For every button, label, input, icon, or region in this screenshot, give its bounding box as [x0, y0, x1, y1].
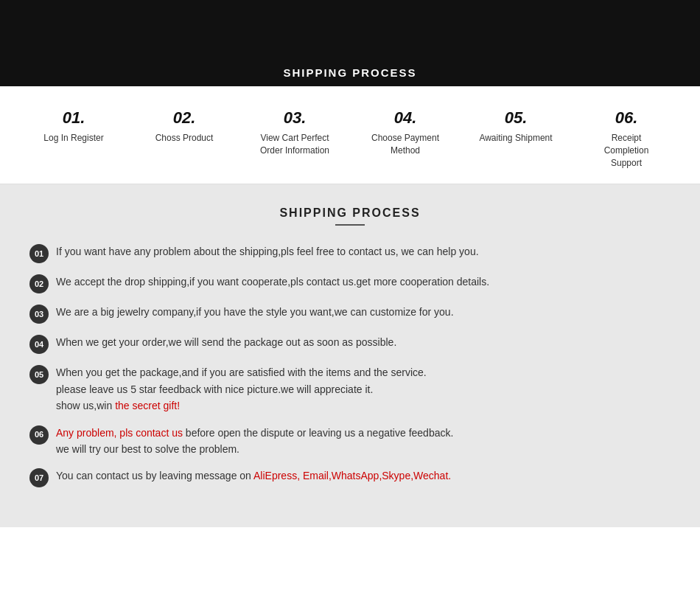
badge-02: 02	[29, 274, 49, 293]
step-item-3: 03. View Cart Perfect Order Information	[239, 108, 350, 157]
info-text-07-links: AliEpress, Email,WhatsApp,Skype,Wechat.	[253, 470, 451, 481]
step-number-6: 06.	[615, 108, 638, 128]
step-item-2: 02. Choss Product	[129, 108, 239, 145]
info-text-05-line1: When you get the package,and if you are …	[56, 366, 427, 378]
info-text-06-line2: we will try our best to solve the proble…	[56, 443, 239, 455]
badge-03: 03	[29, 305, 49, 324]
badge-06: 06	[29, 425, 49, 445]
step-label-4: Choose Payment Method	[368, 132, 442, 157]
steps-container: 01. Log In Register 02. Choss Product 03…	[18, 108, 682, 169]
step-item-1: 01. Log In Register	[18, 108, 129, 145]
info-item-04: 04 When we get your order,we will send t…	[29, 334, 671, 354]
info-text-04: When we get your order,we will send the …	[56, 334, 671, 350]
info-text-01: If you want have any problem about the s…	[56, 243, 671, 260]
info-text-07: You can contact us by leaving message on…	[56, 467, 671, 484]
step-number-5: 05.	[505, 108, 528, 128]
step-item-5: 05. Awaiting Shipment	[461, 108, 571, 145]
info-title-underline	[335, 224, 365, 226]
info-item-05: 05 When you get the package,and if you a…	[29, 364, 671, 414]
shipping-process-header-bar: SHIPPING PROCESS	[0, 59, 700, 86]
steps-section: 01. Log In Register 02. Choss Product 03…	[0, 86, 700, 184]
step-label-6: Receipt Completion Support	[589, 132, 663, 169]
step-number-2: 02.	[173, 108, 196, 128]
info-text-05: When you get the package,and if you are …	[56, 364, 671, 414]
info-title: SHIPPING PROCESS	[29, 206, 671, 220]
info-text-02: We accept the drop shipping,if you want …	[56, 274, 671, 290]
step-item-4: 04. Choose Payment Method	[350, 108, 461, 157]
info-item-07: 07 You can contact us by leaving message…	[29, 467, 671, 487]
step-number-3: 03.	[284, 108, 307, 128]
top-banner	[0, 0, 700, 59]
info-item-02: 02 We accept the drop shipping,if you wa…	[29, 274, 671, 293]
step-label-3: View Cart Perfect Order Information	[258, 132, 332, 157]
info-text-06: Any problem, pls contact us before open …	[56, 425, 671, 458]
step-number-1: 01.	[63, 108, 85, 128]
info-text-03: We are a big jewelry company,if you have…	[56, 304, 671, 320]
badge-07: 07	[29, 468, 49, 487]
info-text-05-line3-plain: show us,win	[56, 400, 115, 411]
step-label-2: Choss Product	[155, 132, 214, 145]
step-item-6: 06. Receipt Completion Support	[571, 108, 682, 169]
info-text-06-red: Any problem, pls contact us	[56, 427, 183, 439]
step-number-4: 04.	[394, 108, 417, 128]
shipping-header-title: SHIPPING PROCESS	[283, 66, 416, 79]
info-text-05-line2: please leave us 5 star feedback with nic…	[56, 383, 373, 395]
info-item-03: 03 We are a big jewelry company,if you h…	[29, 304, 671, 324]
step-label-5: Awaiting Shipment	[479, 132, 552, 145]
info-text-07-before: You can contact us by leaving message on	[56, 470, 253, 481]
info-item-06: 06 Any problem, pls contact us before op…	[29, 425, 671, 458]
info-item-01: 01 If you want have any problem about th…	[29, 243, 671, 263]
info-text-06-after: before open the dispute or leaving us a …	[183, 427, 453, 439]
info-list: 01 If you want have any problem about th…	[29, 243, 671, 487]
step-label-1: Log In Register	[43, 132, 103, 145]
badge-04: 04	[29, 335, 49, 354]
info-section: SHIPPING PROCESS 01 If you want have any…	[0, 184, 700, 527]
badge-05: 05	[29, 365, 49, 384]
info-text-05-line3-red: the secret gift!	[115, 400, 180, 411]
badge-01: 01	[29, 244, 49, 263]
